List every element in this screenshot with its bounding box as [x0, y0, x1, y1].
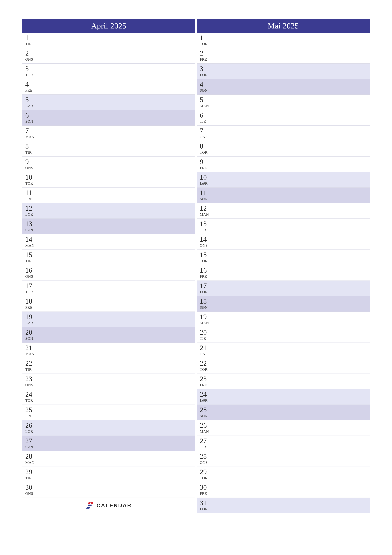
day-row: 12MAN: [197, 203, 370, 219]
day-number: 9: [25, 158, 41, 165]
day-of-week: TOR: [25, 181, 41, 186]
day-of-week: LØR: [25, 429, 41, 434]
day-of-week: ONS: [200, 460, 216, 465]
day-row: 23FRE: [197, 374, 370, 389]
day-number: 12: [25, 205, 41, 212]
note-area: [216, 358, 370, 373]
note-area: [216, 436, 370, 451]
day-label: 3LØR: [197, 64, 216, 79]
day-row: 21ONS: [197, 343, 370, 358]
day-number: 21: [200, 344, 216, 351]
day-of-week: LØR: [25, 321, 41, 325]
day-label: 5MAN: [197, 95, 216, 110]
day-row: 27TIR: [197, 436, 370, 451]
day-label: 27TIR: [197, 436, 216, 451]
note-area: [41, 172, 195, 188]
note-area: [216, 374, 370, 389]
note-area: [216, 250, 370, 265]
note-area: [41, 296, 195, 312]
day-label: 20SØN: [22, 327, 41, 343]
day-label: 6SØN: [22, 110, 41, 125]
day-label: 31LØR: [197, 498, 216, 513]
day-of-week: MAN: [25, 352, 41, 356]
day-row: 20SØN: [22, 327, 195, 343]
day-row: 3LØR: [197, 64, 370, 79]
brand-name: CALENDAR: [97, 502, 132, 509]
day-row: 29TOR: [197, 467, 370, 482]
day-row: 17LØR: [197, 281, 370, 296]
day-number: 5: [25, 96, 41, 103]
day-of-week: TIR: [200, 119, 216, 124]
day-number: 19: [25, 314, 41, 320]
day-of-week: MAN: [25, 135, 41, 139]
note-area: [216, 48, 370, 63]
note-area: [216, 265, 370, 280]
note-area: [216, 203, 370, 219]
day-row: 30ONS: [22, 482, 195, 498]
note-area: [216, 343, 370, 358]
day-label: 9ONS: [22, 157, 41, 172]
day-number: 26: [200, 422, 216, 429]
day-label: 5LØR: [22, 95, 41, 110]
day-row: 8TOR: [197, 141, 370, 157]
day-label: 11FRE: [22, 188, 41, 203]
day-number: 26: [25, 422, 41, 429]
day-number: 8: [200, 143, 216, 150]
svg-rect-1: [91, 502, 93, 504]
note-area: [41, 265, 195, 280]
day-of-week: LØR: [200, 507, 216, 511]
day-number: 16: [200, 267, 216, 274]
day-label: 25FRE: [22, 405, 41, 420]
note-area: [41, 281, 195, 296]
day-label: 11SØN: [197, 188, 216, 203]
note-area: [216, 234, 370, 249]
day-number: 3: [25, 65, 41, 72]
day-label: 19MAN: [197, 312, 216, 327]
day-number: 1: [200, 34, 216, 41]
note-area: [41, 420, 195, 436]
day-label: 30ONS: [22, 482, 41, 497]
day-label: 22TOR: [197, 358, 216, 373]
day-row: 24LØR: [197, 389, 370, 405]
day-row: 6TIR: [197, 110, 370, 126]
note-area: [41, 343, 195, 358]
note-area: [41, 95, 195, 110]
svg-rect-3: [86, 507, 90, 509]
day-of-week: TIR: [25, 42, 41, 46]
note-area: [41, 219, 195, 234]
note-area: [41, 389, 195, 405]
day-label: 6TIR: [197, 110, 216, 125]
day-number: 6: [25, 112, 41, 119]
note-area: [41, 234, 195, 249]
day-number: 18: [25, 298, 41, 305]
day-number: 27: [200, 438, 216, 445]
month-header: April 2025: [22, 19, 195, 33]
note-area: [216, 157, 370, 172]
day-row: 26LØR: [22, 420, 195, 436]
month-column: Mai 20251TOR2FRE3LØR4SØN5MAN6TIR7ONS8TOR…: [197, 19, 370, 513]
day-row: 6SØN: [22, 110, 195, 126]
day-label: 30FRE: [197, 482, 216, 497]
day-number: 28: [200, 453, 216, 460]
day-of-week: ONS: [25, 383, 41, 387]
day-label: 1TIR: [22, 33, 41, 48]
note-area: [216, 420, 370, 436]
day-label: 12LØR: [22, 203, 41, 219]
day-label: 21ONS: [197, 343, 216, 358]
day-number: 23: [25, 375, 41, 382]
brand-logo: CALENDAR: [86, 501, 132, 510]
day-row: 25FRE: [22, 405, 195, 420]
day-of-week: FRE: [200, 57, 216, 62]
day-label: 16FRE: [197, 265, 216, 280]
day-number: 31: [200, 499, 216, 506]
day-label: 17TOR: [22, 281, 41, 296]
day-number: 29: [25, 468, 41, 475]
day-row: 28ONS: [197, 451, 370, 467]
day-number: 3: [200, 65, 216, 72]
day-label: 9FRE: [197, 157, 216, 172]
day-number: 22: [200, 360, 216, 367]
day-of-week: ONS: [200, 352, 216, 356]
day-of-week: LØR: [25, 212, 41, 217]
day-of-week: ONS: [25, 491, 41, 496]
svg-rect-0: [88, 502, 91, 504]
